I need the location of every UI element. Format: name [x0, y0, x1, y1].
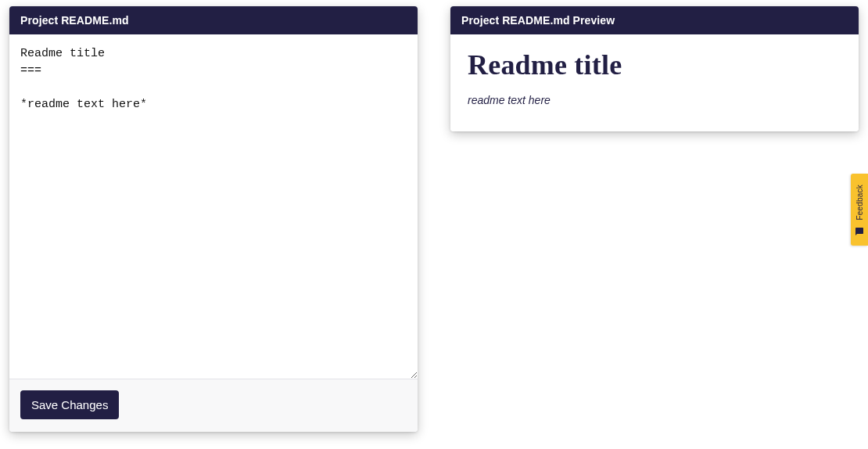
save-changes-button[interactable]: Save Changes — [20, 390, 119, 419]
preview-title: Readme title — [468, 48, 841, 81]
editor-header: Project README.md — [9, 6, 418, 34]
main-container: Project README.md Save Changes Project R… — [0, 0, 868, 438]
feedback-tab[interactable]: Feedback — [851, 174, 868, 246]
preview-panel: Project README.md Preview Readme title r… — [450, 6, 859, 131]
preview-header: Project README.md Preview — [450, 6, 859, 34]
preview-body: Readme title readme text here — [450, 34, 859, 131]
chat-icon — [855, 225, 864, 235]
feedback-label: Feedback — [855, 185, 864, 221]
editor-body — [9, 34, 418, 379]
editor-footer: Save Changes — [9, 379, 418, 432]
preview-text: readme text here — [468, 94, 841, 106]
editor-panel: Project README.md Save Changes — [9, 6, 418, 432]
readme-textarea[interactable] — [9, 34, 418, 379]
